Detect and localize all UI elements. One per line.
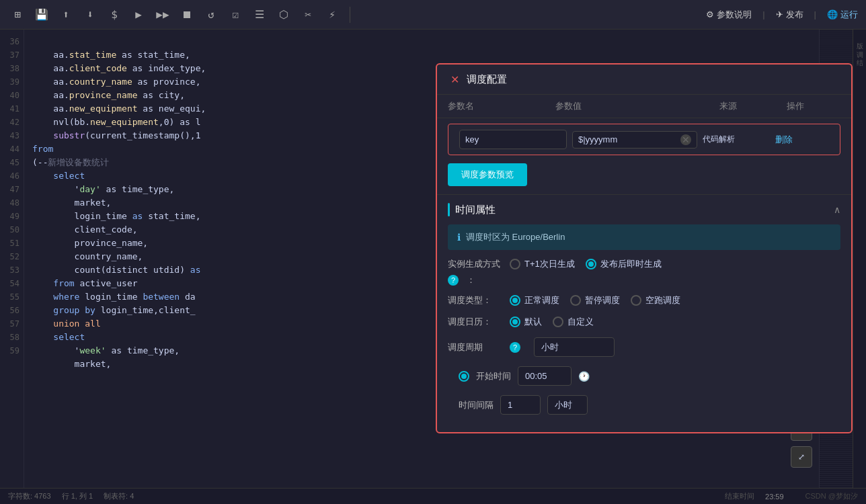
section-collapse-button[interactable]: ∧ — [834, 204, 840, 215]
radio-dry-run-circle — [631, 295, 641, 306]
param-clear-button[interactable]: ✕ — [680, 134, 691, 145]
period-label: 调度周期 — [448, 341, 502, 353]
publish-button[interactable]: ✈ 发布 — [776, 9, 803, 21]
param-delete-button[interactable]: 删除 — [775, 134, 829, 146]
param-doc-button[interactable]: ⚙ 参数说明 — [706, 9, 752, 21]
toolbar-separator — [350, 7, 350, 23]
info-text: 调度时区为 Europe/Berlin — [466, 231, 565, 243]
radio-t1[interactable]: T+1次日生成 — [510, 258, 575, 270]
line-num-50: 50 — [0, 223, 19, 237]
toolbar-icon-download[interactable]: ⬇ — [81, 5, 100, 24]
radio-cal-default[interactable]: 默认 — [510, 316, 542, 328]
radio-cal-default-label: 默认 — [524, 316, 542, 328]
col-header-value: 参数值 — [555, 100, 719, 112]
clock-icon: 🕐 — [578, 371, 590, 382]
sidebar-icon-1[interactable]: 版 — [854, 35, 866, 40]
period-dropdown[interactable]: 分钟 小时 天 周 月 — [534, 337, 615, 357]
line-num-53: 53 — [0, 263, 19, 277]
col-header-action: 操作 — [787, 100, 840, 112]
start-time-input[interactable] — [518, 366, 572, 386]
toolbar-icon-dollar[interactable]: $ — [105, 5, 124, 24]
toolbar-icon-branch[interactable]: ⚡ — [323, 5, 342, 24]
radio-normal-circle — [510, 295, 520, 306]
radio-normal[interactable]: 正常调度 — [510, 294, 559, 306]
radio-after-publish-circle — [586, 259, 596, 269]
toolbar-icon-export[interactable]: ⬡ — [274, 5, 293, 24]
line-num-45: 45 — [0, 156, 19, 169]
run-button[interactable]: 🌐 运行 — [827, 9, 858, 21]
send-icon: ✈ — [776, 9, 783, 19]
interval-input[interactable] — [500, 395, 541, 415]
toolbar-right-sep: | — [762, 9, 764, 19]
instance-gen-row: 实例生成方式 T+1次日生成 发布后即时生成 — [448, 258, 840, 270]
info-bar: ℹ 调度时区为 Europe/Berlin — [448, 224, 840, 250]
toolbar-icon-check[interactable]: ☑ — [226, 5, 245, 24]
period-help-icon[interactable]: ? — [510, 342, 520, 353]
radio-after-publish-label: 发布后即时生成 — [600, 258, 662, 270]
line-num-57: 57 — [0, 317, 19, 331]
radio-pause-circle — [570, 295, 581, 306]
tab-size: 制表符: 4 — [104, 491, 134, 501]
param-name-input[interactable] — [459, 130, 567, 149]
param-value-text: $|yyyymm — [578, 134, 678, 144]
radio-after-publish[interactable]: 发布后即时生成 — [586, 258, 662, 270]
toolbar-icon-upload[interactable]: ⬆ — [56, 5, 75, 24]
sidebar-icon-2[interactable]: 调 — [854, 43, 866, 48]
schedule-config-panel: ✕ 调度配置 参数名 参数值 来源 操作 $|yyyymm ✕ 代码解析 删除 … — [436, 63, 853, 433]
radio-cal-custom[interactable]: 自定义 — [553, 316, 594, 328]
calendar-row: 调度日历： 默认 自定义 — [448, 316, 840, 328]
param-source-text: 代码解析 — [703, 134, 770, 145]
toolbar-icon-stop[interactable]: ⏹ — [178, 5, 196, 24]
run-icon: 🌐 — [827, 9, 838, 19]
toolbar-icon-play[interactable]: ▶ — [129, 5, 148, 24]
panel-close-button[interactable]: ✕ — [448, 73, 461, 86]
start-time-label: 开始时间 — [476, 370, 511, 382]
line-num-52: 52 — [0, 250, 19, 263]
line-num-51: 51 — [0, 237, 19, 250]
calendar-radio-group: 默认 自定义 — [510, 316, 594, 328]
line-num-36: 36 — [0, 35, 19, 48]
start-time-radio — [459, 371, 469, 382]
col-header-source: 来源 — [719, 100, 787, 112]
fullscreen-btn[interactable]: ⤢ — [791, 446, 812, 468]
form-section: 实例生成方式 T+1次日生成 发布后即时生成 — [437, 258, 851, 432]
toolbar-icon-play-all[interactable]: ▶▶ — [153, 5, 172, 24]
line-num-43: 43 — [0, 129, 19, 142]
period-row: 调度周期 ? 分钟 小时 天 周 月 — [448, 337, 840, 357]
preview-button[interactable]: 调度参数预览 — [448, 163, 527, 186]
panel-title: 调度配置 — [467, 73, 507, 86]
param-value-wrapper: $|yyyymm ✕ — [572, 131, 697, 149]
toolbar-icon-cut[interactable]: ✂ — [299, 5, 317, 24]
sidebar-icon-3[interactable]: 结 — [854, 51, 866, 56]
section-header: 时间属性 ∧ — [437, 195, 851, 224]
toolbar-icon-refresh[interactable]: ↺ — [202, 5, 221, 24]
help-icon[interactable]: ? — [448, 275, 459, 286]
schedule-type-radio-group: 正常调度 暂停调度 空跑调度 — [510, 294, 680, 306]
toolbar-icon-save[interactable]: 💾 — [32, 5, 51, 24]
toolbar-icon-list[interactable]: ☰ — [250, 5, 269, 24]
interval-unit-dropdown[interactable]: 小时 — [547, 395, 588, 415]
end-time-hint: 结束时间 — [725, 491, 754, 501]
line-num-48: 48 — [0, 196, 19, 210]
info-icon: ℹ — [457, 232, 461, 243]
line-num-49: 49 — [0, 210, 19, 223]
toolbar-icon-expand[interactable]: ⊞ — [8, 5, 27, 24]
line-num-46: 46 — [0, 169, 19, 183]
line-num-40: 40 — [0, 89, 19, 102]
radio-dry-run[interactable]: 空跑调度 — [631, 294, 680, 306]
section-accent — [448, 203, 450, 216]
line-num-41: 41 — [0, 102, 19, 116]
radio-pause-label: 暂停调度 — [585, 294, 620, 306]
radio-t1-label: T+1次日生成 — [524, 258, 575, 270]
schedule-type-row: 调度类型： 正常调度 暂停调度 — [448, 294, 840, 306]
param-source: 代码解析 — [703, 134, 770, 145]
start-time-row: 开始时间 🕐 — [448, 366, 840, 386]
run-label: 运行 — [840, 9, 858, 21]
line-num-37: 37 — [0, 48, 19, 62]
preview-btn-wrapper: 调度参数预览 — [437, 161, 851, 194]
radio-pause[interactable]: 暂停调度 — [570, 294, 620, 306]
status-bar: 字符数: 4763 行 1, 列 1 制表符: 4 结束时间 23:59 CSD… — [0, 488, 866, 504]
toolbar: ⊞ 💾 ⬆ ⬇ $ ▶ ▶▶ ⏹ ↺ ☑ ☰ ⬡ ✂ ⚡ ⚙ 参数说明 | ✈ … — [0, 0, 866, 30]
main-area: 36 37 38 39 40 41 42 43 44 45 46 47 48 4… — [0, 30, 866, 488]
radio-cal-custom-label: 自定义 — [567, 316, 594, 328]
